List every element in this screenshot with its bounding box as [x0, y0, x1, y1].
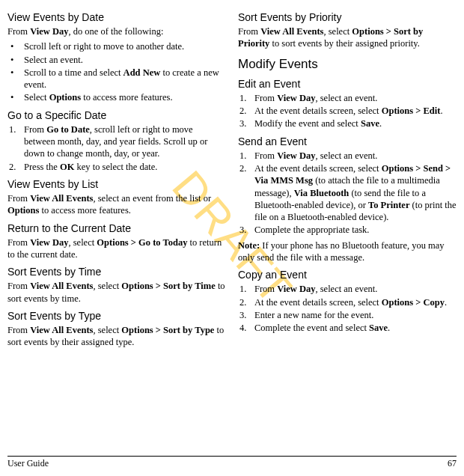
right-column: Sort Events by Priority From View All Ev…	[238, 6, 457, 352]
list-item: 2.At the event details screen, select Op…	[238, 296, 457, 308]
numbered-list: 1.From View Day, select an event. 2.At t…	[238, 92, 457, 130]
list-item: 3.Modify the event and select Save.	[238, 118, 457, 129]
list-item: Select Options to access more features.	[7, 91, 226, 103]
note-text: Note: If your phone has no Bluetooth fea…	[238, 239, 457, 264]
numbered-list: 1.From Go to Date, scroll left or right …	[7, 123, 226, 173]
heading-return-current-date: Return to the Current Date	[7, 222, 226, 235]
list-item: 2.At the event details screen, select Op…	[238, 162, 457, 223]
list-item: Select an event.	[7, 54, 226, 66]
body-text: From View All Events, select Options > S…	[7, 324, 226, 349]
list-item: 4.Complete the event and select Save.	[238, 322, 457, 334]
heading-send-event: Send an Event	[238, 135, 457, 148]
numbered-list: 1.From View Day, select an event. 2.At t…	[238, 283, 457, 334]
list-item: Scroll to a time and select Add New to c…	[7, 67, 226, 91]
list-item: 1.From View Day, select an event.	[238, 150, 457, 162]
list-item: 3.Complete the appropriate task.	[238, 224, 457, 236]
footer-left: User Guide	[7, 458, 49, 470]
heading-modify-events: Modify Events	[238, 56, 457, 73]
bullet-list: Scroll left or right to move to another …	[7, 40, 226, 103]
intro-text: From View Day, do one of the following:	[7, 25, 226, 37]
heading-view-events-by-list: View Events by List	[7, 177, 226, 191]
heading-edit-event: Edit an Event	[238, 77, 457, 91]
two-column-layout: View Events by Date From View Day, do on…	[7, 6, 457, 352]
list-item: 1.From View Day, select an event.	[238, 283, 457, 295]
heading-sort-by-time: Sort Events by Time	[7, 265, 226, 278]
list-item: 1.From Go to Date, scroll left or right …	[7, 123, 226, 160]
list-item: 1.From View Day, select an event.	[238, 92, 457, 104]
page-number: 67	[448, 458, 457, 470]
numbered-list: 1.From View Day, select an event. 2.At t…	[238, 150, 457, 237]
body-text: From View All Events, select Options > S…	[238, 25, 457, 50]
left-column: View Events by Date From View Day, do on…	[7, 6, 226, 352]
list-item: 2.At the event details screen, select Op…	[238, 105, 457, 117]
list-item: 3.Enter a new name for the event.	[238, 309, 457, 321]
heading-go-to-date: Go to a Specific Date	[7, 109, 226, 122]
list-item: 2.Press the OK key to select the date.	[7, 161, 226, 173]
body-text: From View All Events, select Options > S…	[7, 280, 226, 305]
body-text: From View All Events, select an event fr…	[7, 192, 226, 217]
list-item: Scroll left or right to move to another …	[7, 40, 226, 52]
page-content: View Events by Date From View Day, do on…	[7, 6, 457, 352]
heading-copy-event: Copy an Event	[238, 268, 457, 281]
page-footer: User Guide 67	[7, 456, 457, 470]
heading-view-events-by-date: View Events by Date	[7, 10, 226, 24]
heading-sort-by-type: Sort Events by Type	[7, 309, 226, 323]
heading-sort-by-priority: Sort Events by Priority	[238, 10, 457, 24]
body-text: From View Day, select Options > Go to To…	[7, 237, 226, 261]
